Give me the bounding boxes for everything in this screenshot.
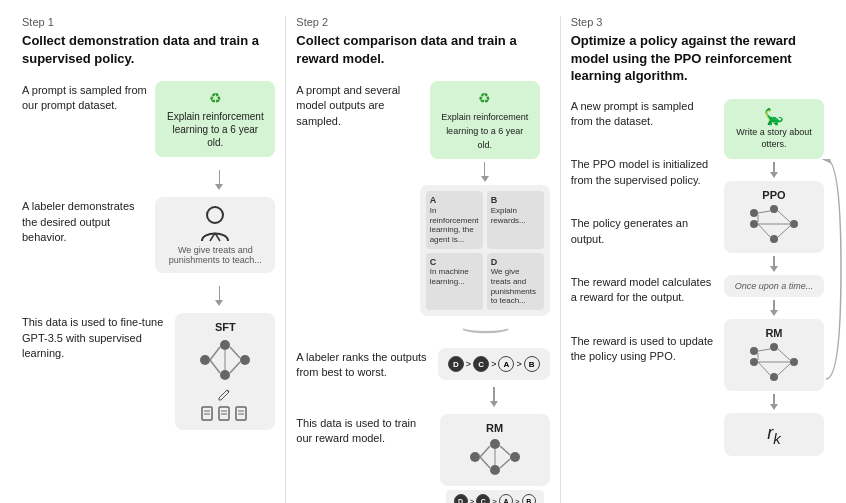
- outputs-grid: A In reinforcement learning, the agent i…: [420, 185, 550, 315]
- step1-section3: This data is used to fine-tune GPT-3.5 w…: [22, 313, 275, 430]
- arrow7: [768, 300, 780, 316]
- doc-icon1: [201, 406, 215, 422]
- edit-icon1: [216, 385, 234, 403]
- recycle-icon1: ♻: [165, 89, 265, 107]
- svg-point-22: [490, 439, 500, 449]
- person-card: We give treats and punishments to teach.…: [155, 197, 275, 273]
- step2-text2: A labeler ranks the outputs from best to…: [296, 348, 430, 381]
- sft-label: SFT: [215, 321, 236, 333]
- step1-visual2: We give treats and punishments to teach.…: [155, 197, 275, 273]
- rank-d: D: [448, 356, 464, 372]
- doc-icon2: [218, 406, 232, 422]
- reward-symbol: rk: [767, 423, 781, 443]
- brace-symbol: ⌣: [458, 318, 512, 340]
- step3-column: Step 3 Optimize a policy against the rew…: [561, 16, 834, 503]
- dinosaur-icon: 🦕: [764, 108, 784, 125]
- step1-section1: A prompt is sampled from our prompt data…: [22, 81, 275, 157]
- step1-column: Step 1 Collect demonstration data and tr…: [12, 16, 286, 503]
- svg-line-47: [758, 349, 770, 351]
- svg-point-33: [770, 235, 778, 243]
- feedback-arrow: [816, 159, 846, 439]
- svg-point-23: [490, 465, 500, 475]
- arrow1: [213, 170, 225, 190]
- step3-text1: A new prompt is sampled from the dataset…: [571, 99, 714, 130]
- svg-line-37: [778, 211, 790, 222]
- step1-label: Step 1: [22, 16, 275, 28]
- arrow3: [479, 162, 491, 182]
- svg-point-3: [200, 355, 210, 365]
- step2-rank2: D > C > A > B: [446, 490, 544, 503]
- svg-point-32: [770, 205, 778, 213]
- step3-green-card: 🦕 Write a story about otters.: [724, 99, 824, 159]
- step1-text3: This data is used to fine-tune GPT-3.5 w…: [22, 313, 167, 361]
- arrow6: [768, 256, 780, 272]
- doc-icon3: [235, 406, 249, 422]
- output-d: D We give treats and punishments to teac…: [487, 253, 544, 310]
- step2-column: Step 2 Collect comparison data and train…: [286, 16, 560, 503]
- recycle-icon2: ♻: [440, 89, 530, 107]
- step1-text1: A prompt is sampled from our prompt data…: [22, 81, 147, 114]
- person-card-text: We give treats and punishments to teach.…: [165, 245, 265, 265]
- step2-flow: A prompt and several model outputs are s…: [296, 81, 549, 503]
- step1-text2: A labeler demonstrates the desired outpu…: [22, 197, 147, 245]
- step3-text3: The policy generates an output.: [571, 216, 714, 247]
- rank2-d: D: [454, 494, 468, 503]
- rank2-c: C: [476, 494, 490, 503]
- svg-point-30: [750, 220, 758, 228]
- output-text-card: Once upon a time...: [724, 275, 824, 297]
- svg-line-38: [778, 226, 790, 237]
- step2-text3: This data is used to train our reward mo…: [296, 414, 431, 447]
- step2-title: Collect comparison data and train a rewa…: [296, 32, 549, 67]
- svg-line-49: [778, 364, 790, 375]
- svg-line-39: [758, 224, 770, 237]
- svg-line-9: [230, 347, 240, 358]
- svg-line-8: [210, 360, 220, 373]
- arrow5: [768, 162, 780, 178]
- step2-label: Step 2: [296, 16, 549, 28]
- step2-rm-svg: [465, 436, 525, 478]
- step3-rm-svg: [746, 341, 802, 383]
- svg-point-41: [750, 358, 758, 366]
- step1-visual1: ♻ Explain reinforcement learning to a 6 …: [155, 81, 275, 157]
- svg-point-5: [220, 370, 230, 380]
- svg-line-27: [500, 446, 510, 455]
- sft-network-svg: [195, 335, 255, 385]
- step3-rm-network: RM: [724, 319, 824, 391]
- svg-line-36: [758, 211, 770, 213]
- arrow2: [213, 286, 225, 306]
- svg-point-6: [240, 355, 250, 365]
- step2-green-card: ♻ Explain reinforcement learning to a 6 …: [430, 81, 540, 159]
- output-c: C In machine learning...: [426, 253, 483, 310]
- step3-rm-label: RM: [765, 327, 782, 339]
- output-b: B Explain rewards...: [487, 191, 544, 248]
- svg-point-45: [790, 358, 798, 366]
- step3-label: Step 3: [571, 16, 824, 28]
- reward-card: rk: [724, 413, 824, 457]
- step3-flow: A new prompt is sampled from the dataset…: [571, 99, 824, 457]
- arrow8: [768, 394, 780, 410]
- svg-line-25: [480, 446, 490, 457]
- rank-c: C: [473, 356, 489, 372]
- svg-point-44: [770, 373, 778, 381]
- svg-point-43: [770, 343, 778, 351]
- svg-point-0: [207, 207, 223, 223]
- rank2-b: B: [522, 494, 536, 503]
- step3-visuals: 🦕 Write a story about otters. PPO: [724, 99, 824, 457]
- ppo-network-card: PPO: [724, 181, 824, 253]
- arrow4: [488, 387, 500, 407]
- rank2-a: A: [499, 494, 513, 503]
- svg-point-24: [510, 452, 520, 462]
- rank-a: A: [498, 356, 514, 372]
- sft-network-card: SFT: [175, 313, 275, 430]
- step3-text4: The reward model calculates a reward for…: [571, 275, 714, 306]
- step3-title: Optimize a policy against the reward mod…: [571, 32, 824, 85]
- step2-rm-network: RM: [440, 414, 550, 486]
- svg-point-42: [750, 347, 758, 355]
- step2-rm-label: RM: [486, 422, 503, 434]
- ppo-label: PPO: [762, 189, 785, 201]
- svg-line-10: [230, 362, 240, 373]
- svg-line-7: [210, 347, 220, 360]
- svg-point-21: [470, 452, 480, 462]
- step3-text5: The reward is used to update the policy …: [571, 334, 714, 365]
- step2-text1: A prompt and several model outputs are s…: [296, 81, 411, 129]
